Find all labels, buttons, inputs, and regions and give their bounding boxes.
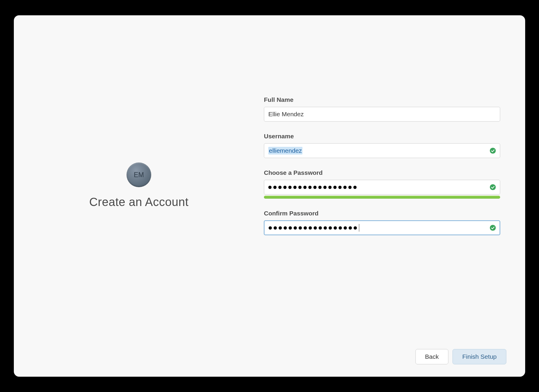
confirm-password-group: Confirm Password	[264, 210, 500, 235]
full-name-label: Full Name	[264, 96, 500, 103]
svg-point-2	[490, 225, 496, 231]
svg-point-0	[490, 148, 496, 154]
check-circle-icon	[490, 184, 496, 190]
avatar-initials: EM	[134, 171, 144, 179]
username-group: Username elliemendez	[264, 133, 500, 158]
check-circle-icon	[490, 147, 496, 154]
check-circle-icon	[490, 225, 496, 231]
setup-window: EM Create an Account Full Name Username …	[14, 15, 525, 377]
username-input-wrapper: elliemendez	[264, 143, 500, 158]
password-input[interactable]	[264, 180, 500, 195]
password-strength-bar	[264, 196, 500, 199]
password-label: Choose a Password	[264, 169, 500, 176]
button-row: Back Finish Setup	[415, 349, 506, 364]
avatar: EM	[127, 162, 151, 187]
username-input[interactable]: elliemendez	[264, 143, 500, 158]
form-panel: Full Name Username elliemendez Choo	[264, 15, 525, 377]
confirm-password-input-wrapper	[264, 220, 500, 235]
page-title: Create an Account	[89, 195, 189, 209]
finish-setup-button[interactable]: Finish Setup	[453, 349, 506, 364]
back-button[interactable]: Back	[415, 349, 449, 364]
full-name-input[interactable]	[264, 107, 500, 122]
password-group: Choose a Password	[264, 169, 500, 199]
full-name-group: Full Name	[264, 96, 500, 122]
full-name-input-wrapper	[264, 107, 500, 122]
svg-point-1	[490, 184, 496, 190]
username-label: Username	[264, 133, 500, 140]
username-value: elliemendez	[268, 147, 302, 155]
left-panel: EM Create an Account	[14, 15, 264, 377]
password-input-wrapper	[264, 180, 500, 195]
confirm-password-input[interactable]	[264, 220, 500, 235]
confirm-password-label: Confirm Password	[264, 210, 500, 217]
